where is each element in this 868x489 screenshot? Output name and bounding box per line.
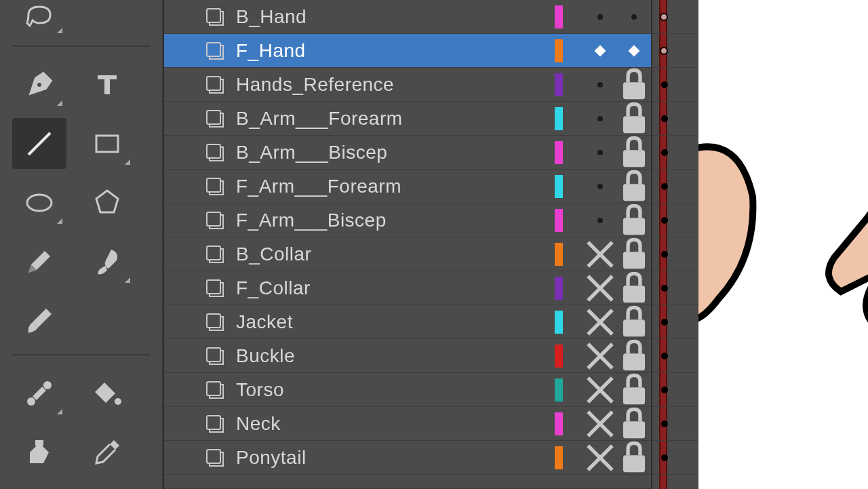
layer-row[interactable]: F_Hand [164,34,651,68]
layer-visibility-toggle[interactable] [583,441,617,475]
layer-visibility-toggle[interactable] [583,34,617,68]
frame-cell[interactable] [652,237,698,271]
layer-row[interactable]: F_Arm___Biscep [164,203,651,237]
frame-cell[interactable] [652,34,698,68]
layer-color-swatch[interactable] [555,175,563,198]
layer-visibility-toggle[interactable] [583,102,617,136]
layer-row[interactable]: Buckle [164,339,651,373]
layer-color-swatch[interactable] [555,243,563,266]
svg-rect-24 [623,218,645,235]
frame-cell[interactable] [652,68,698,102]
layer-lock-toggle[interactable] [617,34,651,68]
layer-row[interactable]: Jacket [164,305,651,339]
bone-tool[interactable] [12,368,66,418]
layer-lock-toggle[interactable] [617,136,651,170]
layer-color-swatch[interactable] [555,39,563,62]
layer-lock-toggle[interactable] [617,0,651,34]
layer-color-swatch[interactable] [555,345,563,368]
layer-lock-toggle[interactable] [617,203,651,237]
layer-color-swatch[interactable] [555,446,563,469]
layer-color-swatch[interactable] [555,277,563,300]
layer-row[interactable]: Hands_Reference [164,68,651,102]
layer-lock-toggle[interactable] [617,102,651,136]
paint-bucket-tool[interactable] [80,368,134,418]
svg-rect-2 [96,136,118,152]
eraser-tool[interactable] [12,486,66,489]
lasso-tool[interactable] [12,0,66,37]
layer-color-swatch[interactable] [555,107,563,130]
layer-row[interactable]: B_Collar [164,237,651,271]
layer-row[interactable]: Ponytail [164,441,651,475]
layer-lock-toggle[interactable] [617,170,651,203]
svg-rect-25 [207,246,220,260]
layer-row[interactable]: B_Arm___Biscep [164,136,651,170]
layer-color-swatch[interactable] [555,73,563,96]
layer-lock-toggle[interactable] [617,305,651,339]
frame-cell[interactable] [652,136,698,170]
line-tool[interactable] [12,118,66,169]
layer-color-swatch[interactable] [555,5,563,28]
layer-row[interactable]: F_Arm___Forearm [164,170,651,203]
eyedropper-tool[interactable] [80,427,134,477]
layer-visibility-toggle[interactable] [583,203,617,237]
frame-cell[interactable] [652,407,698,441]
brush-tool[interactable] [80,236,134,287]
svg-rect-33 [207,314,220,328]
layer-visibility-toggle[interactable] [583,339,617,373]
layer-lock-toggle[interactable] [617,339,651,373]
rectangle-tool[interactable] [80,118,134,169]
layer-color-swatch[interactable] [555,311,563,334]
frame-cell[interactable] [652,203,698,237]
text-tool[interactable] [80,59,134,110]
layer-name-label: Hands_Reference [236,74,555,96]
svg-rect-45 [207,416,220,429]
svg-rect-13 [207,9,220,22]
layer-lock-toggle[interactable] [617,237,651,271]
frame-cell[interactable] [652,0,698,34]
layer-type-icon [205,210,225,231]
layer-lock-toggle[interactable] [617,407,651,441]
paint-brush-tool[interactable] [12,295,66,346]
layer-visibility-toggle[interactable] [583,68,617,102]
layer-visibility-toggle[interactable] [583,136,617,170]
layer-lock-toggle[interactable] [617,68,651,102]
layer-row[interactable]: F_Collar [164,271,651,305]
width-tool[interactable] [80,486,134,489]
layer-lock-toggle[interactable] [617,271,651,305]
frame-cell[interactable] [652,170,698,203]
layer-row[interactable]: B_Arm___Forearm [164,102,651,136]
ink-bottle-tool[interactable] [12,427,66,477]
layer-color-swatch[interactable] [555,412,563,435]
layer-visibility-toggle[interactable] [583,237,617,271]
layer-visibility-toggle[interactable] [583,0,617,34]
svg-marker-4 [96,191,118,212]
layer-visibility-toggle[interactable] [583,305,617,339]
frame-cell[interactable] [652,271,698,305]
layer-visibility-toggle[interactable] [583,271,617,305]
layer-color-swatch[interactable] [555,209,563,232]
pencil-tool[interactable] [12,236,66,287]
layer-list: B_HandF_HandHands_ReferenceB_Arm___Forea… [164,0,651,489]
frame-cell[interactable] [652,102,698,136]
layer-color-swatch[interactable] [555,141,563,164]
oval-tool[interactable] [12,177,66,228]
layer-lock-toggle[interactable] [617,373,651,407]
layer-visibility-toggle[interactable] [583,407,617,441]
frame-cell[interactable] [652,339,698,373]
polygon-tool[interactable] [80,177,134,228]
layer-color-swatch[interactable] [555,378,563,402]
frame-cell[interactable] [652,441,698,475]
svg-rect-9 [35,440,43,446]
layer-row[interactable]: Torso [164,373,651,407]
canvas-stage[interactable] [698,0,868,489]
layer-row[interactable]: B_Hand [164,0,651,34]
layer-visibility-toggle[interactable] [583,170,617,203]
frame-cell[interactable] [652,373,698,407]
layer-visibility-toggle[interactable] [583,373,617,407]
pen-tool[interactable] [12,59,66,110]
layer-name-label: F_Hand [236,40,555,62]
layer-row[interactable]: Neck [164,407,651,441]
svg-point-5 [27,397,35,406]
frame-cell[interactable] [652,305,698,339]
layer-lock-toggle[interactable] [617,441,651,475]
